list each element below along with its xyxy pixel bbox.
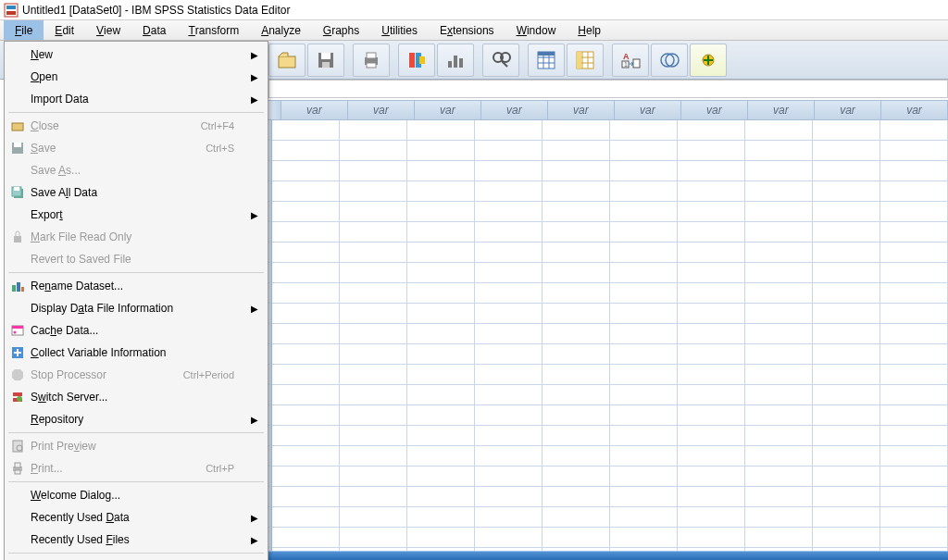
data-cell[interactable] [272, 243, 339, 263]
data-cell[interactable] [880, 283, 947, 304]
data-cell[interactable] [678, 446, 744, 467]
data-cell[interactable] [745, 487, 812, 507]
data-cell[interactable] [543, 181, 609, 202]
data-cell[interactable] [678, 365, 744, 385]
data-cell[interactable] [475, 304, 542, 324]
data-cell[interactable] [880, 263, 947, 283]
data-cell[interactable] [475, 344, 542, 365]
data-cell[interactable] [610, 426, 677, 446]
data-cell[interactable] [543, 528, 609, 548]
data-cell[interactable] [610, 405, 677, 426]
data-cell[interactable] [340, 324, 406, 344]
data-cell[interactable] [543, 467, 609, 487]
column-header[interactable]: var [348, 101, 415, 119]
data-cell[interactable] [678, 120, 744, 141]
data-cell[interactable] [813, 426, 879, 446]
data-cell[interactable] [678, 507, 744, 528]
data-cell[interactable] [272, 446, 339, 467]
data-cell[interactable] [475, 243, 542, 263]
data-cell[interactable] [340, 243, 406, 263]
column-header[interactable]: var [748, 101, 815, 119]
data-cell[interactable] [813, 161, 879, 181]
data-cell[interactable] [610, 487, 677, 507]
file-menu-welcome-dialog[interactable]: Welcome Dialog... [5, 484, 268, 506]
data-cell[interactable] [475, 426, 542, 446]
data-cell[interactable] [880, 365, 947, 385]
data-cell[interactable] [543, 304, 609, 324]
file-menu-collect-variable-information[interactable]: Collect Variable Information [5, 342, 268, 364]
data-cell[interactable] [272, 385, 339, 405]
data-cell[interactable] [407, 161, 474, 181]
column-header[interactable]: var [548, 101, 615, 119]
toolbar-save-icon[interactable] [307, 44, 344, 77]
data-cell[interactable] [745, 365, 812, 385]
data-cell[interactable] [610, 365, 677, 385]
data-cell[interactable] [880, 181, 947, 202]
data-cell[interactable] [475, 283, 542, 304]
data-cell[interactable] [880, 324, 947, 344]
menu-analyze[interactable]: Analyze [250, 20, 312, 40]
data-cell[interactable] [678, 141, 744, 161]
data-cell[interactable] [543, 385, 609, 405]
data-cell[interactable] [880, 487, 947, 507]
data-cell[interactable] [475, 120, 542, 141]
data-cell[interactable] [407, 283, 474, 304]
data-cell[interactable] [880, 161, 947, 181]
data-cell[interactable] [272, 405, 339, 426]
data-cell[interactable] [880, 344, 947, 365]
data-cell[interactable] [272, 365, 339, 385]
data-cell[interactable] [610, 344, 677, 365]
data-cell[interactable] [813, 487, 879, 507]
column-header[interactable]: var [481, 101, 548, 119]
file-menu-rename-dataset[interactable]: Rename Dataset... [5, 275, 268, 297]
data-cell[interactable] [543, 507, 609, 528]
data-cell[interactable] [272, 507, 339, 528]
data-cell[interactable] [610, 446, 677, 467]
data-cell[interactable] [272, 344, 339, 365]
data-cell[interactable] [340, 405, 406, 426]
file-menu-display-data-file-information[interactable]: Display Data File Information▶ [5, 297, 268, 319]
bottom-scrollbar[interactable] [268, 551, 948, 560]
data-cell[interactable] [610, 120, 677, 141]
data-cell[interactable] [880, 222, 947, 243]
data-cell[interactable] [272, 528, 339, 548]
data-cell[interactable] [475, 405, 542, 426]
toolbar-find-icon[interactable] [482, 44, 519, 77]
data-cell[interactable] [475, 365, 542, 385]
data-cell[interactable] [272, 202, 339, 222]
data-cell[interactable] [272, 487, 339, 507]
menu-utilities[interactable]: Utilities [370, 20, 429, 40]
data-cell[interactable] [407, 120, 474, 141]
data-cell[interactable] [407, 365, 474, 385]
data-cell[interactable] [407, 405, 474, 426]
toolbar-open-icon[interactable] [268, 44, 306, 77]
data-cell[interactable] [475, 161, 542, 181]
data-cell[interactable] [543, 120, 609, 141]
data-cell[interactable] [678, 528, 744, 548]
menu-window[interactable]: Window [505, 20, 568, 40]
file-menu-new[interactable]: New▶ [5, 44, 268, 66]
file-menu-recently-used-files[interactable]: Recently Used Files▶ [5, 529, 268, 551]
data-cell[interactable] [610, 202, 677, 222]
data-cell[interactable] [610, 181, 677, 202]
data-cell[interactable] [475, 487, 542, 507]
data-cell[interactable] [340, 528, 406, 548]
column-header[interactable]: var [881, 101, 948, 119]
column-header[interactable]: var [281, 101, 348, 119]
data-cell[interactable] [610, 507, 677, 528]
data-cell[interactable] [475, 528, 542, 548]
data-cell[interactable] [813, 181, 879, 202]
toolbar-chart-icon[interactable] [437, 44, 474, 77]
data-cell[interactable] [745, 385, 812, 405]
data-cell[interactable] [407, 304, 474, 324]
data-cell[interactable] [543, 222, 609, 243]
data-cell[interactable] [610, 243, 677, 263]
data-cell[interactable] [543, 446, 609, 467]
data-cell[interactable] [340, 181, 406, 202]
data-cell[interactable] [543, 263, 609, 283]
data-cell[interactable] [340, 283, 406, 304]
data-cell[interactable] [407, 263, 474, 283]
data-cell[interactable] [745, 405, 812, 426]
data-cell[interactable] [543, 202, 609, 222]
data-cell[interactable] [813, 507, 879, 528]
